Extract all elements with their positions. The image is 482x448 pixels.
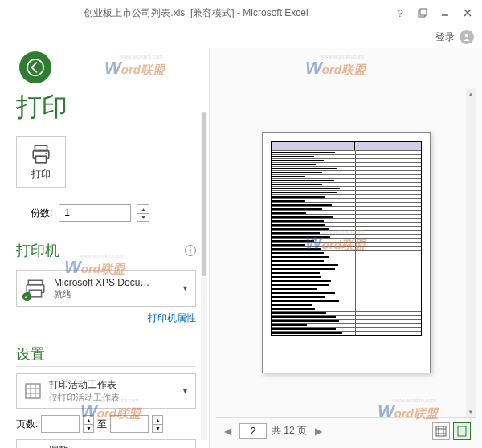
svg-point-6 (27, 59, 43, 75)
sheet-icon (23, 381, 43, 401)
chevron-down-icon: ▼ (182, 387, 189, 395)
back-arrow-icon (27, 59, 44, 76)
printer-name: Microsoft XPS Docu… (54, 277, 175, 288)
app-name: Microsoft Excel (243, 7, 308, 18)
zoom-page-icon (456, 426, 468, 437)
show-margins-button[interactable] (432, 422, 450, 440)
zoom-to-page-button[interactable] (453, 422, 471, 440)
page-title: 打印 (16, 90, 196, 125)
preview-area: // rows generated below after binding ▲▼ (216, 88, 476, 417)
svg-rect-14 (26, 384, 40, 398)
printer-properties-link[interactable]: 打印机属性 (148, 312, 196, 324)
to-label: 至 (97, 417, 107, 431)
setting-title: 打印活动工作表 (49, 378, 175, 392)
svg-point-5 (465, 34, 468, 37)
page-to-input[interactable] (110, 415, 149, 433)
page-from-input[interactable] (41, 415, 80, 433)
close-button[interactable] (456, 4, 479, 22)
info-icon[interactable]: i (185, 245, 196, 256)
chevron-down-icon: ▼ (182, 284, 189, 292)
setting-sub: 仅打印活动工作表 (49, 392, 175, 404)
print-button[interactable]: 打印 (16, 136, 66, 188)
minimize-button[interactable] (434, 4, 456, 22)
page-range: 页数: ▲▼ 至 ▲▼ (16, 415, 196, 433)
settings-section-title: 设置 (16, 344, 196, 367)
printer-device-icon: ✓ (23, 276, 47, 300)
collate-title: 调整 (49, 444, 175, 448)
collate-select[interactable]: 调整 1,2,3 1,2,3 1,2,3 ▼ (16, 439, 196, 448)
page-total: 共 12 页 (272, 424, 307, 438)
settings-scrollbar[interactable] (201, 112, 207, 440)
svg-rect-27 (458, 426, 466, 436)
minimize-icon (440, 8, 450, 18)
window-title: 创业板上市公司列表.xls [兼容模式] - Microsoft Excel (3, 6, 389, 20)
copies-input[interactable] (59, 204, 131, 222)
print-scope-select[interactable]: 打印活动工作表 仅打印活动工作表 ▼ (16, 373, 196, 409)
svg-rect-22 (436, 426, 446, 436)
printer-select[interactable]: ✓ Microsoft XPS Docu… 就绪 ▼ (16, 270, 196, 307)
prev-page-button[interactable]: ◀ (221, 426, 235, 437)
svg-rect-11 (28, 280, 42, 284)
copies-spinner[interactable]: ▲▼ (137, 204, 149, 222)
compat-mode: [兼容模式] (190, 7, 235, 18)
close-icon (463, 8, 472, 18)
page-from-spinner[interactable]: ▲▼ (83, 415, 94, 433)
current-page-input[interactable] (239, 423, 267, 439)
scroll-thumb[interactable] (202, 112, 206, 276)
restore-button[interactable] (411, 4, 434, 22)
margins-icon (435, 426, 447, 437)
signin-link[interactable]: 登录 (435, 31, 455, 44)
restore-icon (418, 8, 427, 18)
svg-rect-1 (420, 9, 427, 15)
check-icon: ✓ (22, 292, 31, 301)
pager: ◀ 共 12 页 ▶ (216, 417, 476, 443)
print-button-label: 打印 (31, 168, 51, 181)
page-preview: // rows generated below after binding (262, 132, 431, 373)
printer-section-title: 打印机 i (16, 241, 196, 263)
preview-scrollbar[interactable]: ▲▼ (466, 88, 476, 417)
svg-point-10 (45, 152, 47, 153)
printer-icon (31, 144, 51, 165)
preview-table: // rows generated below after binding (271, 141, 422, 336)
printer-status: 就绪 (54, 288, 175, 300)
svg-rect-7 (35, 145, 47, 151)
print-settings-panel: 打印 打印 份数: ▲▼ 打印机 i ✓ Microsoft XPS Docu… (0, 48, 209, 448)
help-button[interactable]: ? (389, 4, 411, 22)
titlebar: 创业板上市公司列表.xls [兼容模式] - Microsoft Excel ? (0, 0, 482, 26)
next-page-button[interactable]: ▶ (312, 426, 325, 437)
file-name: 创业板上市公司列表.xls (84, 7, 185, 18)
svg-rect-9 (36, 156, 47, 163)
copies-label: 份数: (31, 206, 52, 220)
copies-field: 份数: ▲▼ (31, 204, 149, 222)
avatar-icon[interactable] (460, 30, 474, 44)
signin-area: 登录 (0, 26, 482, 48)
preview-panel: // rows generated below after binding ▲▼… (209, 48, 482, 448)
pages-label: 页数: (16, 417, 38, 431)
back-button[interactable] (19, 51, 51, 83)
page-to-spinner[interactable]: ▲▼ (152, 415, 163, 433)
